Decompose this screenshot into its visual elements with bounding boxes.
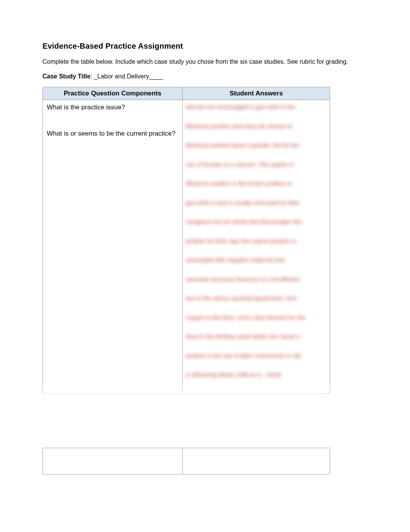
blurred-text: positive in the use of labor instruments… [186, 352, 327, 360]
case-study-line: Case Study Title: _Labor and Delivery___… [42, 73, 368, 80]
blurred-text: lithotomy position is the known position… [186, 180, 327, 187]
blurred-text: position for birth says the supine posit… [186, 237, 327, 245]
intro-text: Complete the table below. Include which … [42, 58, 368, 66]
question-cell: What is the practice issue? What is or s… [43, 100, 183, 394]
blurred-text: associated with negative maternal and [186, 256, 327, 264]
case-study-label: Case Study Title [42, 73, 90, 80]
bottom-cell-right [183, 448, 330, 474]
blurred-text: caregivers but an article that discourag… [186, 218, 327, 226]
blurred-text: in delivering (Musa 1985 as e., 2019). [186, 371, 327, 379]
blurred-text: use of forceps or a vacuum. The supine o… [186, 161, 327, 168]
question-2: What is or seems to be the current pract… [47, 129, 178, 138]
answer-cell: Women are encouraged to give birth in th… [183, 100, 330, 394]
practice-table: Practice Question Components Student Ans… [42, 87, 330, 394]
blurred-text: oxygen to the fetus, and a slow descent … [186, 314, 327, 321]
table-header-right: Student Answers [183, 87, 330, 100]
blurred-text: due to the uterus causing hypotension, l… [186, 294, 327, 302]
bottom-cell-left [43, 448, 183, 474]
bottom-table-row [42, 448, 330, 474]
case-study-value: : _Labor and Delivery____ [90, 73, 163, 80]
table-header-left: Practice Question Components [43, 87, 183, 100]
blurred-text: lithotomy position gives a greater risk … [186, 141, 327, 149]
blurred-text: lithotomy position and many do choose to [186, 122, 327, 130]
blurred-text: Women are encouraged to give birth in th… [186, 103, 327, 111]
blurred-text: give birth in and is usually instructed … [186, 199, 327, 207]
question-1: What is the practice issue? [47, 103, 178, 112]
blurred-text: fetus to the birthing canal which can ca… [186, 333, 327, 340]
blurred-text: neonatal outcomes because it is not effi… [186, 275, 327, 283]
page-title: Evidence-Based Practice Assignment [42, 42, 368, 51]
